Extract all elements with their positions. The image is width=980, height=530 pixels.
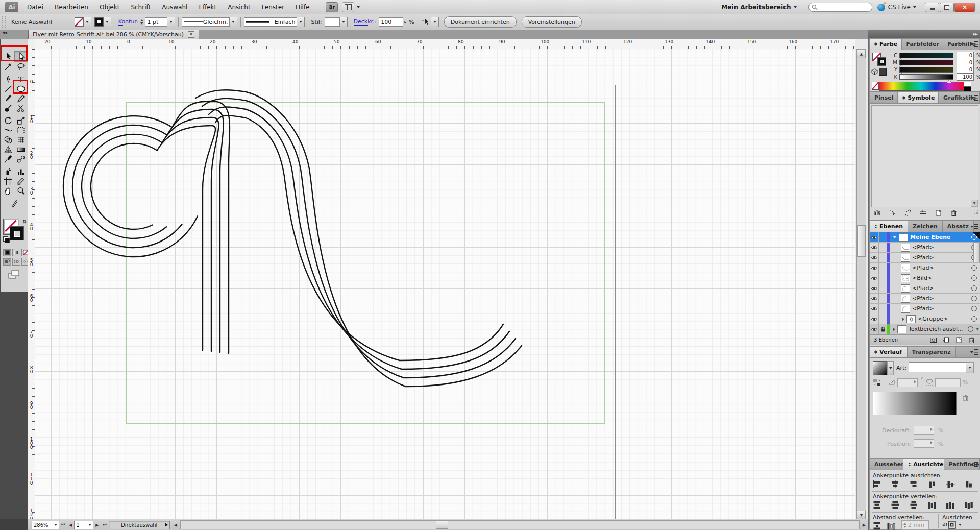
color-tab-farbfelder[interactable]: Farbfelder <box>902 39 943 50</box>
type-tool[interactable]: T <box>15 74 28 84</box>
panel-stroke-swatch[interactable] <box>877 57 886 67</box>
delete-icon[interactable] <box>949 208 958 218</box>
gradient-type-dropdown[interactable] <box>966 362 974 373</box>
lock-icon[interactable] <box>879 324 887 334</box>
brushes-tab-pinsel[interactable]: Pinsel <box>870 92 898 103</box>
slider-value-field[interactable]: 0 <box>957 52 974 59</box>
align-al-button[interactable] <box>872 479 882 489</box>
slider-track[interactable] <box>899 74 953 80</box>
prev-page-icon[interactable]: ◀ <box>69 523 72 527</box>
artboard-tool[interactable] <box>2 176 15 186</box>
page-number-select[interactable]: 1 <box>74 521 93 529</box>
menu-ansicht[interactable]: Ansicht <box>222 4 256 11</box>
eyedropper-tool[interactable] <box>2 154 15 164</box>
tab-close-icon[interactable]: × <box>188 31 194 38</box>
break-link-icon[interactable] <box>903 208 912 218</box>
layers-tab-zeichen[interactable]: Zeichen <box>908 221 943 232</box>
layer-row[interactable]: <Pfad> <box>870 283 980 294</box>
select-similar-dropdown[interactable] <box>431 17 439 27</box>
draw-normal-button[interactable] <box>3 258 11 266</box>
shape-builder-tool[interactable] <box>2 135 15 144</box>
direct-selection-tool[interactable] <box>14 51 28 62</box>
color-panel-menu-icon[interactable] <box>970 41 978 47</box>
blend-tool[interactable] <box>15 154 28 164</box>
layers-scroll-thumb[interactable] <box>973 242 980 262</box>
stroke-color-swatch[interactable] <box>10 227 23 240</box>
align-ac-button[interactable] <box>890 479 900 489</box>
distribute-dr-button[interactable] <box>964 500 974 510</box>
layer-row[interactable]: <Pfad> <box>870 263 980 273</box>
color-spectrum[interactable] <box>872 82 971 91</box>
align-tab-ausrichten[interactable]: Ausrichten <box>903 459 944 470</box>
search-input[interactable] <box>808 3 872 12</box>
gradient-type-select[interactable] <box>909 362 967 372</box>
status-flyout-icon[interactable] <box>165 523 168 527</box>
layer-name[interactable]: <Pfad> <box>912 244 971 251</box>
scale-tool[interactable] <box>15 115 28 125</box>
make-clipping-mask-icon[interactable] <box>929 335 938 345</box>
target-circle-icon[interactable] <box>971 306 977 311</box>
layers-tab-ebenen[interactable]: Ebenen <box>870 221 908 232</box>
default-fill-stroke-icon[interactable] <box>3 236 9 243</box>
restore-button[interactable] <box>940 3 954 12</box>
layer-row[interactable]: <Pfad> <box>870 294 980 304</box>
gradient-thumbnail-dropdown[interactable] <box>887 361 894 375</box>
width-profile-dropdown[interactable] <box>230 17 237 27</box>
target-circle-icon[interactable] <box>971 275 977 281</box>
first-page-icon[interactable]: ⏮ <box>61 522 65 527</box>
cs-live-button[interactable]: CS Live <box>877 4 916 11</box>
style-dropdown[interactable] <box>340 17 348 27</box>
none-color-swatch[interactable] <box>872 82 879 90</box>
screen-mode-button[interactable] <box>8 270 20 281</box>
visibility-eye-icon[interactable] <box>870 304 879 314</box>
lock-toggle[interactable] <box>879 263 887 273</box>
free-transform-tool[interactable] <box>15 125 28 135</box>
scissors-tool[interactable] <box>15 103 28 113</box>
opacity-stepper[interactable]: ▸ <box>404 20 406 25</box>
align-tab-aussehen[interactable]: Aussehen <box>870 459 903 470</box>
brushes-tab-symbole[interactable]: Symbole <box>898 92 939 103</box>
gradient-ramp[interactable] <box>873 392 957 415</box>
select-similar-icon[interactable] <box>421 17 431 27</box>
perspective-grid-tool[interactable] <box>2 144 15 154</box>
target-circle-icon[interactable] <box>971 316 977 322</box>
layer-name[interactable]: <Gruppe> <box>918 316 971 322</box>
gradient-button[interactable] <box>12 249 20 256</box>
lock-toggle[interactable] <box>879 294 887 303</box>
previous-color-swatch[interactable] <box>879 68 887 76</box>
hand-tool[interactable] <box>2 186 15 196</box>
layer-thumbnail[interactable] <box>897 325 906 333</box>
gradient-tab-transparenz[interactable]: Transparenz <box>908 347 956 357</box>
knife-tool[interactable] <box>8 198 21 208</box>
ellipse-tool[interactable] <box>15 84 28 93</box>
distribute-dt-button[interactable] <box>872 500 882 510</box>
layer-name[interactable]: Meine Ebene <box>910 234 971 240</box>
draw-behind-button[interactable] <box>12 258 20 266</box>
scroll-up-icon[interactable]: ▲ <box>857 50 866 58</box>
place-symbol-instance-icon[interactable] <box>888 208 897 218</box>
zoom-tool[interactable] <box>15 186 28 196</box>
target-circle-icon[interactable] <box>971 296 977 301</box>
menu-schrift[interactable]: Schrift <box>125 4 156 11</box>
fill-dropdown[interactable] <box>84 17 91 27</box>
opacity-field[interactable]: 100 <box>379 17 403 27</box>
vertical-scrollbar[interactable]: ▲ ▼ <box>856 49 866 520</box>
target-circle-icon[interactable] <box>971 285 977 291</box>
preferences-button[interactable]: Voreinstellungen <box>522 16 582 28</box>
visibility-eye-icon[interactable] <box>870 273 879 283</box>
menu-hilfe[interactable]: Hilfe <box>290 4 315 11</box>
resize-grip-icon[interactable] <box>974 210 979 215</box>
layer-name[interactable]: <Bild> <box>912 275 971 281</box>
layer-name[interactable]: <Pfad> <box>912 254 971 261</box>
align-to-button[interactable] <box>947 520 962 529</box>
target-circle-icon[interactable] <box>968 326 973 332</box>
lock-toggle[interactable] <box>879 304 887 314</box>
symbol-libraries-icon[interactable] <box>873 208 881 218</box>
workspace-switcher[interactable]: Mein Arbeitsbereich <box>721 4 796 11</box>
collapse-dock-icon[interactable]: ▶▶ <box>973 32 977 36</box>
slider-value-field[interactable]: 0 <box>957 66 974 74</box>
stroke-width-dropdown[interactable] <box>167 17 175 27</box>
line-segment-tool[interactable] <box>2 84 15 93</box>
layer-row[interactable]: <Pfad> <box>870 243 980 253</box>
lock-toggle[interactable] <box>879 314 887 324</box>
